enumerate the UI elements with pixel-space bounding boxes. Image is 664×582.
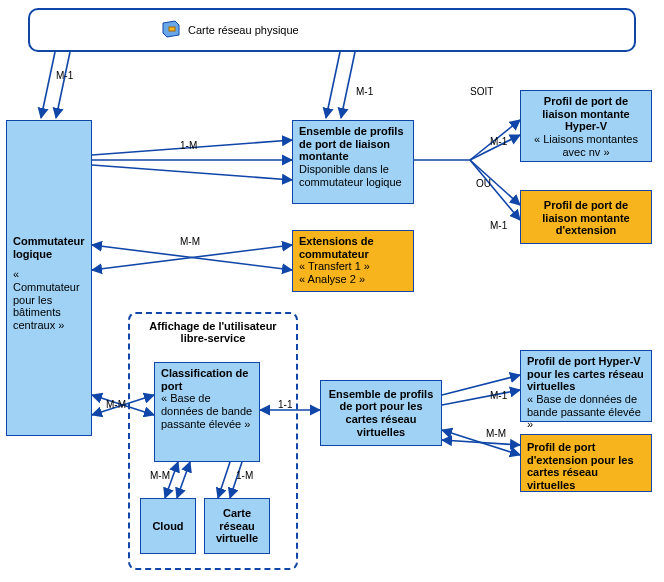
svg-line-21 [442, 375, 520, 395]
physical-nic-box: Carte réseau physique [28, 8, 636, 52]
node-virtual-nic: Carte réseau virtuelle [204, 498, 270, 554]
rel-label: M-M [106, 399, 126, 410]
rel-label: M-1 [56, 70, 73, 81]
node-subtitle: « Base de données de bande passante élev… [161, 392, 253, 430]
svg-line-0 [41, 52, 55, 118]
svg-line-13 [470, 160, 520, 220]
node-extension-uplink-profile: Profil de port de liaison montante d'ext… [520, 190, 652, 244]
nic-icon [160, 20, 182, 41]
rel-label: SOIT [470, 86, 493, 97]
svg-line-23 [442, 430, 520, 455]
node-hyperv-vnic-profile: Profil de port Hyper-V pour les cartes r… [520, 350, 652, 422]
node-uplink-profile-set: Ensemble de profils de port de liaison m… [292, 120, 414, 204]
node-subtitle: « Base de données de bande passante élev… [527, 393, 645, 431]
node-title: Carte réseau virtuelle [211, 507, 263, 545]
node-subtitle: « Liaisons montantes avec nv » [527, 133, 645, 158]
node-title: Profil de port de liaison montante d'ext… [527, 199, 645, 237]
node-title: Ensemble de profils de port pour les car… [327, 388, 435, 439]
node-extension-vnic-profile: Profil de port d'extension pour les cart… [520, 434, 652, 492]
node-title: Profil de port d'extension pour les cart… [527, 441, 645, 492]
rel-label: M-M [180, 236, 200, 247]
node-subtitle: « Commutateur pour les bâtiments centrau… [13, 268, 85, 331]
panel-title: Affichage de l'utilisateur libre-service [138, 320, 288, 344]
rel-label: M-M [486, 428, 506, 439]
svg-line-3 [341, 52, 355, 118]
rel-label: M-1 [490, 220, 507, 231]
svg-line-6 [92, 165, 292, 180]
node-title: Cloud [152, 520, 183, 533]
node-title: Extensions de commutateur [299, 235, 407, 260]
node-sub2: « Analyse 2 » [299, 273, 407, 286]
svg-line-22 [442, 390, 520, 405]
svg-rect-25 [169, 27, 175, 31]
node-cloud: Cloud [140, 498, 196, 554]
rel-label: OU [476, 178, 491, 189]
node-logical-switch: Commutateur logique « Commutateur pour l… [6, 120, 92, 436]
node-title: Profil de port de liaison montante Hyper… [527, 95, 645, 133]
rel-label: M-1 [490, 390, 507, 401]
node-title: Classification de port [161, 367, 253, 392]
svg-line-2 [326, 52, 340, 118]
physical-nic-label: Carte réseau physique [188, 24, 299, 37]
rel-label: 1-M [180, 140, 197, 151]
node-subtitle: Disponible dans le commutateur logique [299, 163, 407, 188]
rel-label: M-1 [356, 86, 373, 97]
node-vnic-profile-set: Ensemble de profils de port pour les car… [320, 380, 442, 446]
node-title: Commutateur logique [13, 235, 85, 260]
node-title: Ensemble de profils de port de liaison m… [299, 125, 407, 163]
node-title: Profil de port Hyper-V pour les cartes r… [527, 355, 645, 393]
svg-line-8 [92, 245, 292, 270]
node-hyperv-uplink-profile: Profil de port de liaison montante Hyper… [520, 90, 652, 162]
svg-line-1 [56, 52, 70, 118]
svg-line-7 [92, 245, 292, 270]
node-port-classification: Classification de port « Base de données… [154, 362, 260, 462]
rel-label: M-1 [490, 136, 507, 147]
node-sub1: « Transfert 1 » [299, 260, 407, 273]
svg-line-24 [442, 440, 520, 445]
node-switch-extensions: Extensions de commutateur « Transfert 1 … [292, 230, 414, 292]
